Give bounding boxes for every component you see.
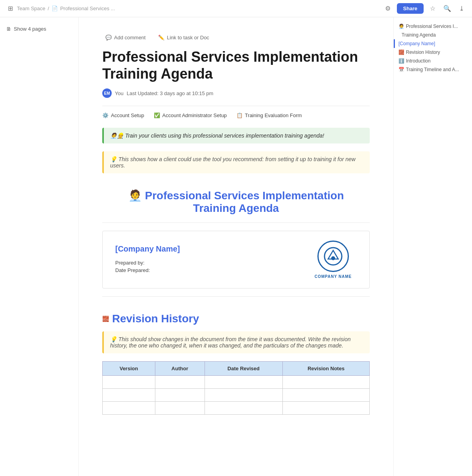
- author-row: EM You Last Updated: 3 days ago at 10:15…: [102, 88, 370, 98]
- last-updated: Last Updated: 3 days ago at 10:15 pm: [127, 90, 213, 96]
- breadcrumb-page[interactable]: Professional Services ...: [60, 6, 115, 11]
- cell-date-2: [205, 389, 282, 402]
- cell-version-3: [103, 402, 155, 415]
- more-icon[interactable]: ⤓: [457, 3, 466, 14]
- doc-actions: 💬 Add comment ✏️ Link to task or Doc: [102, 33, 370, 42]
- show-pages-button[interactable]: 🗎 Show 4 pages: [0, 24, 52, 34]
- table-row: [103, 376, 370, 389]
- table-row: [103, 389, 370, 402]
- svg-point-2: [331, 256, 335, 260]
- settings-icon[interactable]: ⚙: [384, 3, 392, 14]
- col-revision-notes: Revision Notes: [282, 362, 369, 376]
- account-setup-label: Account Setup: [111, 112, 144, 118]
- cell-author-1: [155, 376, 205, 389]
- sidebar-item-title-label: Professional Services I...: [406, 24, 458, 29]
- revision-bulb-icon: 💡: [110, 336, 117, 342]
- linked-item-account-setup[interactable]: ⚙️ Account Setup: [102, 112, 144, 118]
- sidebar-item-intro-label: Introduction: [406, 58, 431, 64]
- sidebar-item-training-label: Training Agenda: [402, 32, 436, 38]
- cell-author-2: [155, 389, 205, 402]
- cell-author-3: [155, 402, 205, 415]
- revision-icon: 🧱: [102, 316, 109, 322]
- cell-version-2: [103, 389, 155, 402]
- sidebar-item-training-agenda[interactable]: Training Agenda: [394, 31, 472, 39]
- account-setup-icon: ⚙️: [102, 112, 109, 118]
- intro-yellow-box: 💡 This shows how a client could use the …: [102, 151, 370, 173]
- logo-circle: [317, 241, 349, 272]
- sidebar-item-timeline-label: Training Timeline and A...: [406, 67, 459, 72]
- company-logo: COMPANY NAME: [310, 241, 357, 279]
- linked-item-admin-setup[interactable]: ✅ Account Administrator Setup: [154, 112, 227, 118]
- author-name: You: [115, 90, 124, 96]
- sidebar-item-revision-history[interactable]: 🧱 Revision History: [394, 48, 472, 57]
- prepared-by-field: Prepared by:: [115, 260, 180, 266]
- show-pages-icon: 🗎: [6, 26, 11, 32]
- logo-svg: [323, 246, 343, 266]
- table-row: [103, 402, 370, 415]
- col-date-revised: Date Revised: [205, 362, 282, 376]
- revision-table: Version Author Date Revised Revision Not…: [102, 361, 370, 415]
- doc-title: Professional Services Implementation Tra…: [102, 48, 370, 82]
- date-prepared-field: Date Prepared:: [115, 267, 180, 273]
- star-icon[interactable]: ☆: [428, 3, 437, 14]
- link-to-task-label: Link to task or Doc: [167, 35, 209, 40]
- intro-yellow-text: This shows how a client could use the to…: [110, 156, 356, 169]
- cell-notes-1: [282, 376, 369, 389]
- table-header-row: Version Author Date Revised Revision Not…: [103, 362, 370, 376]
- breadcrumb-workspace[interactable]: Team Space: [17, 6, 45, 11]
- center-icon: 🧑‍💼: [128, 189, 142, 202]
- revision-info-box: 💡 This should show changes in the docume…: [102, 331, 370, 353]
- sidebar-toggle[interactable]: ⊞: [6, 3, 15, 14]
- cell-version-1: [103, 376, 155, 389]
- share-button[interactable]: Share: [397, 3, 424, 14]
- sidebar-item-title[interactable]: 🧑‍💼 Professional Services I...: [394, 22, 472, 31]
- avatar: EM: [102, 88, 112, 98]
- col-version: Version: [103, 362, 155, 376]
- right-sidebar: 🧑‍💼 Professional Services I... Training …: [393, 17, 472, 476]
- link-icon: ✏️: [158, 35, 164, 40]
- sidebar-item-timeline-icon: 📅: [398, 67, 404, 72]
- eval-form-icon: 📋: [236, 112, 243, 118]
- left-sidebar: 🗎 Show 4 pages: [0, 17, 79, 476]
- revision-title: Revision History: [112, 312, 199, 325]
- sidebar-item-revision-icon: 🧱: [398, 50, 404, 55]
- admin-setup-label: Account Administrator Setup: [162, 112, 227, 118]
- intro-green-text: 🧑‍💼👷 Train your clients using this profe…: [110, 132, 324, 139]
- prepared-by-label: Prepared by:: [115, 260, 144, 266]
- sidebar-item-company-name[interactable]: [Company Name]: [394, 39, 472, 48]
- topbar-right: ⚙ Share ☆ 🔍 ⤓: [384, 3, 466, 14]
- center-title: 🧑‍💼 Professional Services Implementation…: [102, 189, 370, 215]
- topbar-left: ⊞ Team Space / 📄 Professional Services .…: [6, 3, 115, 14]
- main-content: 💬 Add comment ✏️ Link to task or Doc Pro…: [79, 17, 393, 476]
- search-icon[interactable]: 🔍: [442, 3, 453, 14]
- sidebar-item-title-icon: 🧑‍💼: [398, 24, 404, 29]
- col-author: Author: [155, 362, 205, 376]
- divider-2: [102, 222, 370, 223]
- yellow-bulb-icon: 💡: [110, 156, 117, 162]
- revision-heading: 🧱 Revision History: [102, 312, 370, 325]
- sidebar-item-introduction[interactable]: ℹ️ Introduction: [394, 57, 472, 65]
- company-name: [Company Name]: [115, 244, 180, 254]
- cell-notes-3: [282, 402, 369, 415]
- eval-form-label: Training Evaluation Form: [245, 112, 302, 118]
- link-to-task-button[interactable]: ✏️ Link to task or Doc: [155, 33, 212, 42]
- cell-date-1: [205, 376, 282, 389]
- revision-info-text: This should show changes in the document…: [110, 336, 351, 349]
- divider-1: [102, 106, 370, 106]
- company-info: [Company Name] Prepared by: Date Prepare…: [115, 244, 180, 275]
- linked-items: ⚙️ Account Setup ✅ Account Administrator…: [102, 112, 370, 118]
- sidebar-item-training-timeline[interactable]: 📅 Training Timeline and A...: [394, 65, 472, 74]
- add-comment-button[interactable]: 💬 Add comment: [102, 33, 149, 42]
- sidebar-item-intro-icon: ℹ️: [398, 58, 404, 64]
- company-box: [Company Name] Prepared by: Date Prepare…: [102, 231, 370, 289]
- linked-item-eval-form[interactable]: 📋 Training Evaluation Form: [236, 112, 302, 118]
- divider-3: [102, 296, 370, 297]
- center-section: 🧑‍💼 Professional Services Implementation…: [102, 189, 370, 215]
- breadcrumb: Team Space / 📄 Professional Services ...: [17, 6, 115, 11]
- intro-green-box: 🧑‍💼👷 Train your clients using this profe…: [102, 128, 370, 143]
- comment-icon: 💬: [105, 35, 112, 40]
- cell-date-3: [205, 402, 282, 415]
- sidebar-item-company-label: [Company Name]: [398, 41, 435, 46]
- topbar: ⊞ Team Space / 📄 Professional Services .…: [0, 0, 472, 17]
- logo-label: COMPANY NAME: [310, 274, 357, 279]
